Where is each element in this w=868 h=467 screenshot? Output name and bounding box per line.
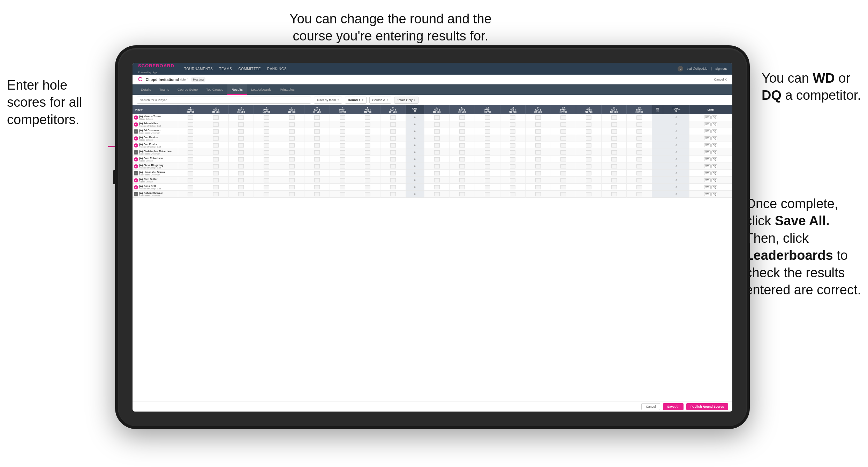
score-input-h1[interactable] — [188, 185, 193, 189]
score-input-h2[interactable] — [213, 185, 219, 189]
filter-team-dropdown[interactable]: Filter by team ▾ — [314, 97, 342, 104]
score-input-h12[interactable] — [485, 192, 490, 196]
score-input-h4[interactable] — [264, 122, 269, 127]
score-input-h9[interactable] — [390, 171, 396, 175]
search-input[interactable] — [137, 97, 311, 104]
score-input-h11[interactable] — [459, 136, 465, 141]
score-input-h8[interactable] — [365, 178, 370, 182]
score-input-h8[interactable] — [365, 129, 370, 134]
wd-button[interactable]: WD — [704, 171, 711, 175]
score-input-h9[interactable] — [390, 164, 396, 168]
score-input-h7[interactable] — [340, 129, 345, 134]
score-input-h1[interactable] — [188, 157, 193, 161]
score-input-h2[interactable] — [213, 150, 219, 155]
score-input-h10[interactable] — [434, 164, 440, 168]
score-input-h2[interactable] — [213, 115, 219, 120]
score-input-h17[interactable] — [611, 171, 617, 175]
score-input-h18[interactable] — [636, 157, 642, 161]
score-input-h18[interactable] — [636, 192, 642, 196]
score-input-h2[interactable] — [213, 192, 219, 196]
score-input-h12[interactable] — [485, 178, 490, 182]
tab-tee-groups[interactable]: Tee Groups — [202, 84, 227, 95]
score-input-h3[interactable] — [238, 122, 244, 127]
score-input-h13[interactable] — [510, 150, 515, 155]
score-input-h5[interactable] — [289, 185, 295, 189]
score-input-h6[interactable] — [314, 129, 320, 134]
wd-button[interactable]: WD — [704, 178, 711, 182]
score-input-h11[interactable] — [459, 178, 465, 182]
tab-teams[interactable]: Teams — [155, 84, 173, 95]
score-input-h7[interactable] — [340, 150, 345, 155]
score-input-h10[interactable] — [434, 171, 440, 175]
wd-button[interactable]: WD — [704, 115, 711, 119]
score-input-h2[interactable] — [213, 178, 219, 182]
score-input-h8[interactable] — [365, 122, 370, 127]
score-input-h6[interactable] — [314, 185, 320, 189]
dq-button[interactable]: DQ — [711, 164, 718, 168]
tab-printables[interactable]: Printables — [276, 84, 299, 95]
score-input-h7[interactable] — [340, 136, 345, 141]
score-input-h6[interactable] — [314, 143, 320, 148]
score-input-h14[interactable] — [535, 164, 541, 168]
score-input-h14[interactable] — [535, 192, 541, 196]
score-input-h15[interactable] — [560, 122, 566, 127]
score-input-h4[interactable] — [264, 185, 269, 189]
score-input-h15[interactable] — [560, 129, 566, 134]
score-input-h10[interactable] — [434, 178, 440, 182]
score-input-h10[interactable] — [434, 136, 440, 141]
score-input-h18[interactable] — [636, 115, 642, 120]
score-input-h9[interactable] — [390, 115, 396, 120]
score-input-h5[interactable] — [289, 178, 295, 182]
score-input-h3[interactable] — [238, 143, 244, 148]
score-input-h18[interactable] — [636, 150, 642, 155]
score-input-h12[interactable] — [485, 171, 490, 175]
score-input-h17[interactable] — [611, 115, 617, 120]
score-input-h6[interactable] — [314, 192, 320, 196]
score-input-h2[interactable] — [213, 171, 219, 175]
score-input-h16[interactable] — [586, 115, 591, 120]
tab-leaderboards[interactable]: Leaderboards — [247, 84, 276, 95]
score-input-h15[interactable] — [560, 171, 566, 175]
score-input-h7[interactable] — [340, 122, 345, 127]
score-input-h5[interactable] — [289, 122, 295, 127]
score-input-h16[interactable] — [586, 164, 591, 168]
score-input-h15[interactable] — [560, 143, 566, 148]
score-input-h4[interactable] — [264, 157, 269, 161]
score-input-h1[interactable] — [188, 150, 193, 155]
score-input-h8[interactable] — [365, 192, 370, 196]
score-input-h17[interactable] — [611, 150, 617, 155]
score-input-h18[interactable] — [636, 178, 642, 182]
score-input-h14[interactable] — [535, 115, 541, 120]
score-input-h7[interactable] — [340, 143, 345, 148]
score-input-h14[interactable] — [535, 171, 541, 175]
tab-results[interactable]: Results — [227, 84, 247, 95]
score-input-h14[interactable] — [535, 143, 541, 148]
score-input-h13[interactable] — [510, 185, 515, 189]
wd-button[interactable]: WD — [704, 157, 711, 161]
score-input-h5[interactable] — [289, 164, 295, 168]
score-input-h7[interactable] — [340, 185, 345, 189]
score-input-h11[interactable] — [459, 192, 465, 196]
score-input-h8[interactable] — [365, 164, 370, 168]
score-input-h6[interactable] — [314, 115, 320, 120]
score-input-h4[interactable] — [264, 192, 269, 196]
wd-button[interactable]: WD — [704, 143, 711, 147]
score-input-h16[interactable] — [586, 122, 591, 127]
score-input-h15[interactable] — [560, 150, 566, 155]
score-input-h3[interactable] — [238, 136, 244, 141]
dq-button[interactable]: DQ — [711, 192, 718, 196]
score-input-h11[interactable] — [459, 164, 465, 168]
nav-rankings[interactable]: RANKINGS — [267, 67, 287, 71]
score-input-h5[interactable] — [289, 171, 295, 175]
wd-button[interactable]: WD — [704, 185, 711, 189]
score-input-h13[interactable] — [510, 129, 515, 134]
score-input-h12[interactable] — [485, 150, 490, 155]
score-input-h16[interactable] — [586, 157, 591, 161]
score-input-h16[interactable] — [586, 171, 591, 175]
score-input-h6[interactable] — [314, 136, 320, 141]
score-input-h1[interactable] — [188, 164, 193, 168]
score-input-h17[interactable] — [611, 178, 617, 182]
nav-teams[interactable]: TEAMS — [219, 67, 232, 71]
score-input-h14[interactable] — [535, 185, 541, 189]
score-input-h9[interactable] — [390, 192, 396, 196]
